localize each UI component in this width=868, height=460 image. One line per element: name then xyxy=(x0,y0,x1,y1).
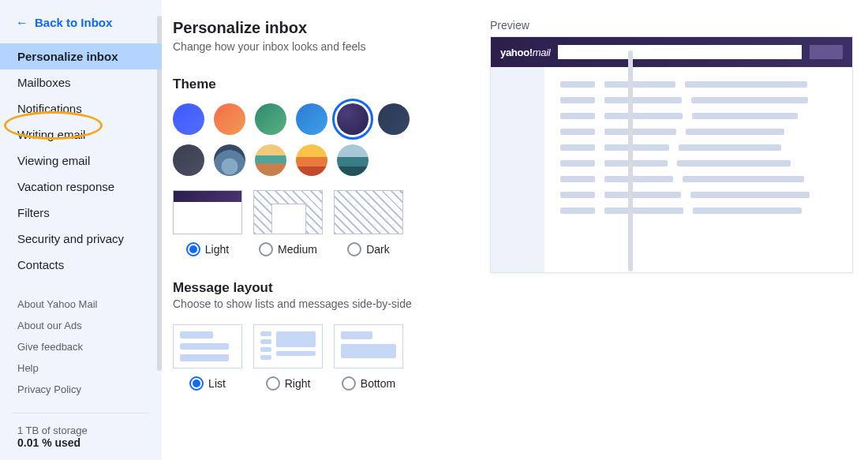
preview-row xyxy=(560,144,836,151)
storage-used: 0.01 % used xyxy=(17,436,144,449)
radio-icon xyxy=(342,376,356,391)
theme-swatch-sunset[interactable] xyxy=(296,144,327,176)
layout-options: List Right Bottom xyxy=(173,324,447,391)
preview-sidebar xyxy=(491,67,544,272)
layout-heading: Message layout xyxy=(173,280,447,296)
link-privacy[interactable]: Privacy Policy xyxy=(0,379,162,400)
main-scrollbar[interactable] xyxy=(628,50,633,271)
density-light[interactable]: Light xyxy=(173,190,242,256)
density-medium[interactable]: Medium xyxy=(253,190,323,256)
sidebar-item-vacation[interactable]: Vacation response xyxy=(0,174,162,200)
theme-swatch-beach[interactable] xyxy=(255,144,286,176)
layout-bottom[interactable]: Bottom xyxy=(334,324,403,391)
density-options: Light Medium Dark xyxy=(173,190,447,256)
sidebar-item-mailboxes[interactable]: Mailboxes xyxy=(0,69,162,95)
preview-header: yahoo!mail xyxy=(491,37,852,67)
layout-list-preview xyxy=(173,324,242,368)
density-medium-preview xyxy=(253,190,323,234)
preview-body xyxy=(491,67,852,272)
radio-icon xyxy=(266,376,280,391)
radio-icon xyxy=(186,242,200,256)
settings-content: Personalize inbox Change how your inbox … xyxy=(173,19,457,460)
preview-row xyxy=(560,192,836,198)
yahoo-mail-logo: yahoo!mail xyxy=(500,47,550,58)
sidebar-item-writing-email[interactable]: Writing email xyxy=(0,122,162,148)
theme-swatch-navy[interactable] xyxy=(378,103,410,135)
preview-label: Preview xyxy=(490,19,853,32)
preview-row xyxy=(560,113,836,119)
sidebar-meta-links: About Yahoo Mail About our Ads Give feed… xyxy=(0,281,162,400)
radio-icon xyxy=(189,376,204,391)
radio-icon xyxy=(259,242,273,256)
preview-row xyxy=(560,129,836,135)
settings-sidebar: ← Back to Inbox Personalize inbox Mailbo… xyxy=(0,0,162,460)
main-panel: Personalize inbox Change how your inbox … xyxy=(162,0,868,460)
sidebar-item-personalize[interactable]: Personalize inbox xyxy=(0,43,162,69)
theme-heading: Theme xyxy=(173,77,447,92)
back-to-inbox-link[interactable]: ← Back to Inbox xyxy=(0,0,162,40)
sidebar-item-security[interactable]: Security and privacy xyxy=(0,226,162,252)
preview-row xyxy=(560,97,836,103)
density-light-preview xyxy=(173,190,242,234)
layout-subtitle: Choose to show lists and messages side-b… xyxy=(173,297,447,310)
link-about-ads[interactable]: About our Ads xyxy=(0,315,162,336)
theme-swatch-orange[interactable] xyxy=(214,103,245,135)
density-dark[interactable]: Dark xyxy=(334,190,403,256)
arrow-left-icon: ← xyxy=(16,17,28,29)
sidebar-item-filters[interactable]: Filters xyxy=(0,200,162,226)
preview-pane: Preview yahoo!mail xyxy=(490,19,853,460)
preview-message-list xyxy=(544,67,852,272)
preview-window: yahoo!mail xyxy=(490,36,853,273)
storage-total: 1 TB of storage xyxy=(17,424,144,436)
preview-row xyxy=(560,176,836,182)
preview-row xyxy=(560,160,836,166)
page-title: Personalize inbox xyxy=(173,19,447,37)
layout-bottom-preview xyxy=(334,324,403,368)
storage-info: 1 TB of storage 0.01 % used xyxy=(13,413,149,460)
radio-icon xyxy=(347,242,361,256)
theme-swatch-sky[interactable] xyxy=(296,103,327,135)
page-subtitle: Change how your inbox looks and feels xyxy=(173,40,447,53)
theme-swatches xyxy=(173,103,447,176)
theme-swatch-river[interactable] xyxy=(337,144,369,176)
sidebar-item-notifications[interactable]: Notifications xyxy=(0,95,162,122)
preview-search-button xyxy=(810,45,843,59)
link-about-yahoo-mail[interactable]: About Yahoo Mail xyxy=(0,294,162,315)
layout-right[interactable]: Right xyxy=(253,324,323,391)
sidebar-item-viewing-email[interactable]: Viewing email xyxy=(0,148,162,174)
theme-swatch-blue[interactable] xyxy=(173,103,204,135)
layout-list[interactable]: List xyxy=(173,324,242,391)
link-feedback[interactable]: Give feedback xyxy=(0,336,162,357)
theme-swatch-mountains[interactable] xyxy=(214,144,245,176)
back-label: Back to Inbox xyxy=(35,16,112,29)
density-dark-preview xyxy=(334,190,403,234)
sidebar-item-contacts[interactable]: Contacts xyxy=(0,252,162,278)
layout-right-preview xyxy=(253,324,323,368)
preview-row xyxy=(560,208,836,214)
settings-nav: Personalize inbox Mailboxes Notification… xyxy=(0,40,162,281)
link-help[interactable]: Help xyxy=(0,357,162,379)
preview-row xyxy=(560,81,836,88)
preview-search-bar xyxy=(558,45,802,59)
theme-swatch-indigo[interactable] xyxy=(337,103,369,135)
theme-swatch-charcoal[interactable] xyxy=(173,144,204,176)
theme-swatch-green[interactable] xyxy=(255,103,286,135)
